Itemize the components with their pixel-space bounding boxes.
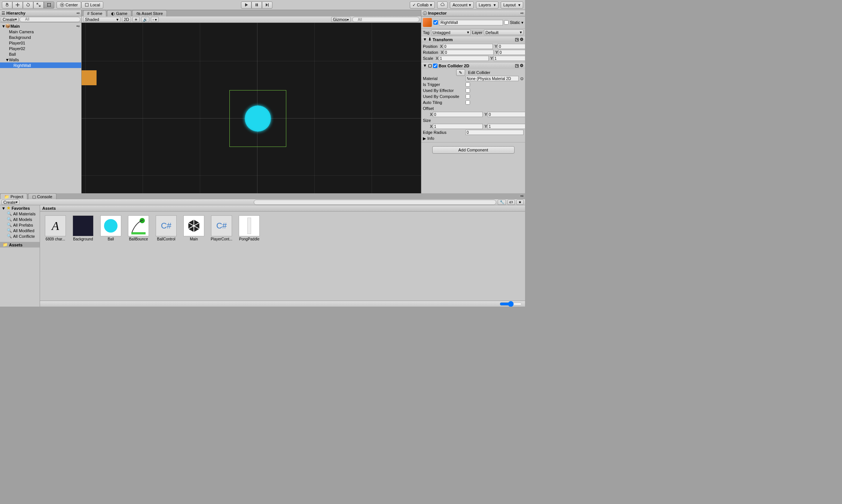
pivot-local-button[interactable]: Local [81, 1, 103, 9]
used-by-composite-checkbox[interactable] [466, 94, 470, 99]
scale-tool[interactable] [33, 1, 44, 9]
transform-header[interactable]: ▼ ⬇ Transform◳ ⚙ [421, 36, 525, 43]
hierarchy-item-player02[interactable]: Player02 [0, 46, 81, 51]
svg-point-3 [47, 6, 48, 7]
create-button[interactable]: Create ▾ [1, 17, 19, 22]
hand-tool[interactable] [2, 1, 12, 9]
shading-dropdown[interactable]: Shaded▾ [83, 17, 120, 22]
size-y[interactable] [488, 124, 525, 129]
hierarchy-icon: ☰ [1, 11, 5, 16]
gizmos-label: Gizmos [333, 17, 347, 22]
label-icon[interactable]: 🏷 [507, 200, 515, 205]
box-collider-enabled[interactable] [433, 64, 437, 68]
is-trigger-checkbox[interactable] [466, 82, 470, 87]
layer-dropdown[interactable]: Default▾ [484, 30, 524, 35]
scene-root[interactable]: ▼📦 Main•≡ [0, 23, 81, 29]
used-by-effector-checkbox[interactable] [466, 88, 470, 93]
asset-playercontrol[interactable]: C#PlayerCont... [210, 215, 233, 241]
asset-background[interactable]: Background [71, 215, 95, 241]
box-collider-header[interactable]: ▼ ▢ Box Collider 2D◳ ⚙ [421, 62, 525, 69]
scene-view[interactable] [82, 23, 421, 193]
hierarchy-item-walls[interactable]: ▼Walls [0, 57, 81, 62]
layout-dropdown[interactable]: Layout▾ [501, 1, 523, 9]
offset-label: Offset [423, 106, 453, 111]
rotation-x[interactable] [444, 50, 494, 55]
star-icon[interactable]: ★ [516, 200, 524, 205]
hierarchy-search[interactable] [19, 17, 80, 22]
hierarchy-item-rightwall[interactable]: RightWall [0, 62, 81, 68]
hierarchy-item-player01[interactable]: Player01 [0, 40, 81, 46]
tag-dropdown[interactable]: Untagged▾ [431, 30, 471, 35]
play-button[interactable] [241, 1, 251, 9]
offset-y[interactable] [488, 112, 525, 117]
move-tool[interactable] [12, 1, 23, 9]
rotation-y[interactable] [498, 50, 525, 55]
step-button[interactable] [262, 1, 272, 9]
hierarchy-item-background[interactable]: Background [0, 34, 81, 40]
asset-ballbounce[interactable]: BallBounce [127, 215, 150, 241]
favorites-header[interactable]: ▼★Favorites [0, 205, 40, 211]
tab-game[interactable]: ◐ Game [107, 10, 131, 16]
svg-point-2 [50, 3, 51, 4]
gameobject-active-checkbox[interactable] [433, 20, 438, 25]
rect-tool[interactable] [44, 1, 54, 9]
used-by-composite-label: Used By Composite [423, 94, 464, 99]
tag-label: Tag [423, 30, 430, 35]
scale-y[interactable] [494, 56, 525, 61]
edit-collider-button[interactable]: ✎ [456, 69, 465, 76]
selection-gizmo[interactable] [229, 90, 286, 147]
fav-all-modified[interactable]: 🔍All Modified [0, 228, 40, 233]
position-x[interactable] [443, 44, 493, 49]
light-toggle[interactable]: ☀ [132, 17, 140, 22]
asset-ballcontrol[interactable]: C#BallControl [155, 215, 178, 241]
rotate-tool[interactable] [23, 1, 33, 9]
material-field[interactable] [466, 76, 519, 81]
auto-tiling-checkbox[interactable] [466, 100, 470, 105]
item-label: RightWall [13, 63, 31, 68]
cloud-button[interactable] [437, 1, 448, 9]
static-checkbox[interactable] [504, 20, 509, 25]
collab-dropdown[interactable]: ✓ Collab▾ [410, 1, 435, 9]
project-tabs: 📁 Project ▢ Console ▪≡ [0, 193, 525, 199]
fav-all-models[interactable]: 🔍All Models [0, 216, 40, 222]
pause-button[interactable] [251, 1, 262, 9]
fx-toggle[interactable]: ▫ ▾ [151, 17, 159, 22]
pivot-center-button[interactable]: Center [57, 1, 81, 9]
offset-x[interactable] [433, 112, 483, 117]
position-y[interactable] [498, 44, 525, 49]
panel-menu-icon[interactable]: ▪≡ [521, 11, 524, 15]
asset-font[interactable]: A6809 char... [44, 215, 67, 241]
scene-search[interactable] [352, 17, 420, 22]
add-component-button[interactable]: Add Component [432, 146, 515, 154]
panel-menu-icon[interactable]: ▪≡ [77, 11, 80, 15]
asset-ball[interactable]: Ball [99, 215, 122, 241]
audio-toggle[interactable]: 🔊 [141, 17, 149, 22]
assets-label: Assets [9, 243, 22, 247]
scale-x[interactable] [439, 56, 489, 61]
fav-all-materials[interactable]: 🔍All Materials [0, 211, 40, 216]
tab-scene[interactable]: # Scene [83, 10, 106, 16]
thumbnail-size-slider[interactable] [500, 301, 522, 307]
hierarchy-item-ball[interactable]: Ball [0, 51, 81, 57]
assets-root[interactable]: 📁 Assets [0, 242, 40, 248]
gizmos-dropdown[interactable]: Gizmos ▾ [331, 17, 351, 22]
layers-dropdown[interactable]: Layers▾ [476, 1, 498, 9]
tab-project[interactable]: 📁 Project [0, 193, 27, 200]
tab-asset-store[interactable]: 🛍 Asset Store [132, 10, 167, 16]
size-x[interactable] [433, 124, 483, 129]
asset-main[interactable]: Main [182, 215, 205, 241]
project-search[interactable] [254, 200, 496, 205]
asset-pongpaddle[interactable]: PongPaddle [238, 215, 261, 241]
gameobject-name-field[interactable] [439, 20, 503, 25]
hierarchy-item-main-camera[interactable]: Main Camera [0, 29, 81, 34]
fav-all-conflicted[interactable]: 🔍All Conflicte [0, 233, 40, 239]
edge-radius-field[interactable] [466, 130, 524, 135]
project-create-button[interactable]: Create ▾ [1, 200, 19, 205]
filter-icon[interactable]: 🔧 [498, 200, 506, 205]
tab-console[interactable]: ▢ Console [28, 193, 56, 200]
fav-label: All Models [13, 217, 32, 222]
account-dropdown[interactable]: Account▾ [450, 1, 474, 9]
fav-all-prefabs[interactable]: 🔍All Prefabs [0, 222, 40, 228]
2d-toggle[interactable]: 2D [122, 17, 131, 22]
panel-menu-icon[interactable]: ▪≡ [519, 193, 525, 199]
